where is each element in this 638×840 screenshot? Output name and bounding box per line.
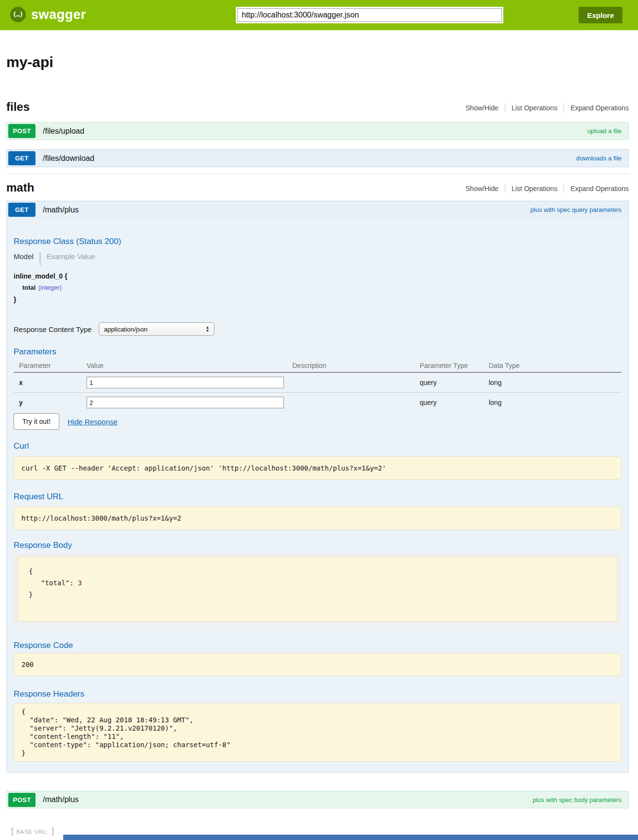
- parameter-description: [287, 393, 415, 413]
- column-data-type: Data Type: [484, 360, 621, 372]
- math-expand-operations-link[interactable]: Expand Operations: [570, 185, 629, 192]
- column-value: Value: [82, 360, 287, 372]
- files-section-links: Show/Hide List Operations Expand Operati…: [465, 103, 629, 114]
- model-signature: inline_model_0 { total(integer) }: [14, 272, 621, 303]
- column-parameter: Parameter: [14, 360, 82, 372]
- section-divider: [6, 174, 629, 174]
- response-code-heading: Response Code: [14, 641, 621, 650]
- operation-path-math-plus-get[interactable]: /math/plus: [43, 206, 79, 214]
- parameter-name: x: [14, 372, 82, 393]
- model-signature-close: }: [14, 296, 621, 303]
- arrow-down-icon: ▼: [206, 329, 210, 332]
- tab-model[interactable]: Model: [14, 252, 34, 262]
- parameter-description: [287, 372, 415, 393]
- math-section-header: math Show/Hide List Operations Expand Op…: [6, 181, 629, 194]
- explore-button[interactable]: Explore: [579, 7, 622, 23]
- response-content-type-row: Response Content Type application/json ▲…: [14, 322, 621, 336]
- operation-summary-files-download[interactable]: downloads a file: [576, 155, 621, 162]
- response-headers-heading: Response Headers: [14, 689, 621, 699]
- parameter-name: y: [14, 393, 82, 413]
- method-badge-post: POST: [8, 124, 35, 138]
- response-content-type-select[interactable]: application/json ▲ ▼: [99, 322, 214, 336]
- tab-example-value[interactable]: Example Value: [47, 252, 95, 262]
- parameter-y-input[interactable]: [87, 397, 284, 408]
- operation-row-files-download[interactable]: GET /files/download downloads a file: [6, 149, 629, 167]
- swagger-brand[interactable]: {…} swagger: [10, 7, 86, 22]
- response-body-heading: Response Body: [14, 541, 621, 550]
- operation-summary-files-upload[interactable]: upload a file: [587, 127, 621, 135]
- parameter-x-input[interactable]: [87, 377, 284, 388]
- parameters-table: Parameter Value Description Parameter Ty…: [14, 360, 621, 412]
- model-signature-open: inline_model_0 {: [14, 272, 621, 280]
- math-list-operations-link[interactable]: List Operations: [512, 185, 557, 192]
- response-headers-container: { "date": "Wed, 22 Aug 2018 18:49:13 GMT…: [14, 703, 621, 762]
- link-divider: [564, 103, 564, 112]
- model-signature-property: total(integer): [14, 284, 621, 292]
- math-section-links: Show/Hide List Operations Expand Operati…: [465, 184, 629, 194]
- response-body-container: { "total": 3 }: [14, 553, 621, 626]
- files-list-operations-link[interactable]: List Operations: [512, 104, 557, 112]
- column-parameter-type: Parameter Type: [415, 360, 484, 372]
- math-show-hide-link[interactable]: Show/Hide: [465, 185, 498, 192]
- curl-command: curl -X GET --header 'Accept: applicatio…: [14, 456, 621, 480]
- request-url-heading: Request URL: [14, 492, 621, 502]
- brand-title: swagger: [31, 7, 86, 22]
- response-body-json: { "total": 3 }: [18, 557, 618, 622]
- property-name: total: [22, 284, 35, 291]
- hide-response-link[interactable]: Hide Response: [68, 418, 118, 426]
- method-badge-post: POST: [8, 793, 35, 807]
- operation-row-math-plus-post[interactable]: POST /math/plus plus with spec body para…: [6, 791, 629, 808]
- try-it-out-button[interactable]: Try it out!: [14, 413, 59, 430]
- json-key: "total": [41, 579, 70, 587]
- operation-path-files-upload[interactable]: /files/upload: [43, 127, 84, 136]
- parameter-type: query: [415, 372, 484, 393]
- parameter-row-x: x query long: [14, 372, 621, 393]
- section-title-math[interactable]: math: [6, 181, 34, 194]
- link-divider: [564, 184, 564, 193]
- operation-summary-math-plus-get[interactable]: plus with spec query parameters: [531, 206, 621, 213]
- operation-summary-math-plus-post[interactable]: plus with spec body parameters: [532, 796, 621, 804]
- swagger-logo-icon: {…}: [10, 7, 26, 22]
- bottom-strip: [63, 835, 638, 840]
- json-value: 3: [78, 579, 82, 587]
- files-show-hide-link[interactable]: Show/Hide: [465, 104, 498, 112]
- json-colon: :: [70, 579, 78, 587]
- method-badge-get: GET: [8, 203, 35, 217]
- selected-option: application/json: [104, 326, 148, 333]
- link-divider: [505, 103, 505, 112]
- base-url-bracket-open: [: [11, 827, 14, 835]
- base-url-footer: [ BASE URL: ]: [11, 827, 629, 835]
- operation-path-files-download[interactable]: /files/download: [43, 154, 94, 163]
- parameter-data-type: long: [484, 393, 621, 413]
- response-code-value: 200: [14, 653, 621, 676]
- operation-detail-math-plus-get: Response Class (Status 200) Model Exampl…: [6, 218, 629, 772]
- select-arrows-icon: ▲ ▼: [206, 326, 210, 332]
- response-content-type-label: Response Content Type: [14, 325, 92, 333]
- parameter-row-y: y query long: [14, 393, 621, 413]
- column-description: Description: [287, 360, 415, 372]
- spec-url-input[interactable]: [236, 7, 503, 23]
- try-it-out-row: Try it out! Hide Response: [14, 413, 621, 430]
- operation-path-math-plus-post[interactable]: /math/plus: [43, 795, 79, 804]
- operation-row-files-upload[interactable]: POST /files/upload upload a file: [6, 122, 629, 140]
- files-expand-operations-link[interactable]: Expand Operations: [570, 104, 629, 112]
- base-url-bracket-close: ]: [52, 827, 54, 835]
- operation-row-math-plus-get[interactable]: GET /math/plus plus with spec query para…: [6, 201, 629, 218]
- base-url-label: BASE URL:: [17, 828, 49, 835]
- response-class-heading: Response Class (Status 200): [14, 237, 621, 246]
- request-url-value: http://localhost:3000/math/plus?x=1&y=2: [14, 507, 621, 530]
- json-open-brace: {: [29, 565, 607, 577]
- model-tabs: Model Example Value: [14, 252, 621, 265]
- section-title-files[interactable]: files: [6, 100, 30, 114]
- curl-heading: Curl: [14, 441, 621, 451]
- method-badge-get: GET: [8, 151, 35, 165]
- top-bar: {…} swagger Explore: [0, 0, 638, 30]
- tab-divider: [39, 252, 41, 265]
- json-close-brace: }: [29, 589, 607, 600]
- property-type: (integer): [38, 284, 61, 291]
- link-divider: [505, 184, 505, 193]
- parameter-data-type: long: [484, 372, 621, 393]
- files-section-header: files Show/Hide List Operations Expand O…: [6, 100, 629, 114]
- parameters-header-row: Parameter Value Description Parameter Ty…: [14, 360, 621, 372]
- response-headers-json: { "date": "Wed, 22 Aug 2018 18:49:13 GMT…: [21, 708, 614, 757]
